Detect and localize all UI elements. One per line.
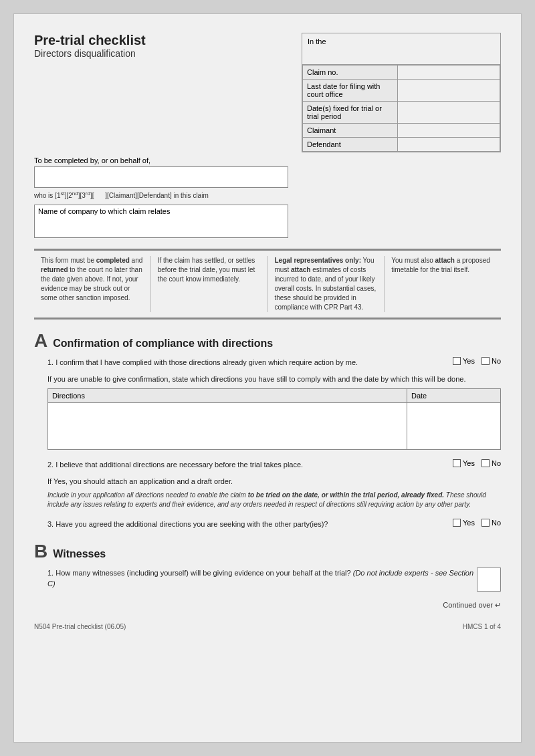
q1-no-label: No (492, 357, 501, 365)
section-a-title: Confirmation of compliance with directio… (53, 338, 273, 350)
q2-yes-label: Yes (463, 459, 475, 467)
notice-bold-completed: completed (96, 257, 130, 264)
notice-col-4: You must also attach a proposed timetabl… (385, 256, 501, 312)
table-row: Last date for filing with court office (303, 80, 500, 102)
section-b-q1: 1. How many witnesses (including yoursel… (47, 568, 501, 592)
table-row: Date(s) fixed for trial or trial period (303, 102, 500, 124)
table-row: Claim no. (303, 66, 500, 80)
page: Pre-trial checklist Directors disqualifi… (13, 13, 522, 743)
section-a-q3: 3. Have you agreed the additional direct… (47, 519, 501, 530)
completed-by-input[interactable] (34, 166, 288, 188)
q2-no-checkbox[interactable] (481, 459, 490, 467)
q1-no-item: No (481, 357, 501, 365)
company-name-box[interactable]: Name of company to which claim relates (34, 205, 288, 238)
section-a-q2: 2. I believe that additional directions … (47, 459, 501, 509)
q2-yes-no: Yes No (446, 459, 501, 467)
q2-no-label: No (492, 459, 501, 467)
page-title: Pre-trial checklist (34, 33, 288, 48)
q1-text: 1. I confirm that I have complied with t… (47, 357, 446, 368)
q3-text: 3. Have you agreed the additional direct… (47, 519, 446, 530)
q1-yes-checkbox[interactable] (453, 357, 461, 365)
table-row: Defendant (303, 138, 500, 152)
q3-no-label: No (492, 519, 501, 527)
date-data-cell[interactable] (407, 403, 501, 450)
last-date-value[interactable] (397, 80, 500, 102)
last-date-label: Last date for filing with court office (303, 80, 398, 102)
directions-data-cell[interactable] (48, 403, 407, 450)
court-info-block: In the Claim no. Last date for filing wi… (302, 33, 501, 152)
notice-col-3: Legal representatives only: You must att… (268, 256, 385, 312)
q1-yes-label: Yes (463, 357, 475, 365)
q3-yes-item: Yes (453, 519, 475, 527)
completed-by-label: To be completed by, or on behalf of, (34, 156, 501, 164)
page-subtitle: Directors disqualification (34, 48, 288, 59)
q1-yes-no: Yes No (446, 357, 501, 365)
company-box-label: Name of company to which claim relates (38, 207, 170, 215)
dates-fixed-label: Date(s) fixed for trial or trial period (303, 102, 398, 124)
footer-right: HMCS 1 of 4 (463, 623, 501, 630)
notice-bold-returned: returned (41, 266, 68, 273)
claim-no-label: Claim no. (303, 66, 398, 80)
notice-col-2: If the claim has settled, or settles bef… (151, 256, 268, 312)
directions-data-row (48, 403, 501, 450)
q2-sub-text: If Yes, you should attach an application… (47, 476, 501, 487)
footer-left: N504 Pre-trial checklist (06.05) (34, 623, 126, 630)
section-a-letter: A (34, 332, 47, 350)
claimant-value[interactable] (397, 124, 500, 138)
q2-no-item: No (481, 459, 501, 467)
title-block: Pre-trial checklist Directors disqualifi… (34, 33, 288, 59)
notice-band: This form must be completed and returned… (34, 249, 501, 320)
defendant-label: Defendant (303, 138, 398, 152)
directions-header-row: Directions Date (48, 389, 501, 403)
table-row: Claimant (303, 124, 500, 138)
witness-count-box[interactable] (477, 568, 501, 592)
b-q1-text: 1. How many witnesses (including yoursel… (47, 568, 477, 590)
q3-yes-label: Yes (463, 519, 475, 527)
claim-no-value[interactable] (397, 66, 500, 80)
q3-no-item: No (481, 519, 501, 527)
footer: N504 Pre-trial checklist (06.05) HMCS 1 … (34, 623, 501, 630)
q3-yes-no: Yes No (446, 519, 501, 527)
q3-no-checkbox[interactable] (481, 519, 490, 527)
q3-yes-checkbox[interactable] (453, 519, 461, 527)
notice-legal-reps: Legal representatives only: (275, 257, 362, 264)
q2-text: 2. I believe that additional directions … (47, 459, 446, 471)
q1-no-checkbox[interactable] (481, 357, 490, 365)
section-b-letter: B (34, 542, 47, 561)
completed-by-section: To be completed by, or on behalf of, who… (34, 156, 501, 238)
q2-italic-note: Include in your application all directio… (47, 491, 501, 509)
dates-fixed-value[interactable] (397, 102, 500, 124)
section-a-header: A Confirmation of compliance with direct… (34, 332, 501, 350)
court-in-the-label: In the (302, 33, 500, 65)
witnesses-question-row: 1. How many witnesses (including yoursel… (47, 568, 501, 592)
section-a-q1: 1. I confirm that I have complied with t… (47, 357, 501, 450)
section-b-header: B Witnesses (34, 542, 501, 561)
b-q1-italic: (Do not include experts - see Section C) (47, 569, 473, 588)
date-col-header: Date (407, 389, 501, 403)
directions-col-header: Directions (48, 389, 407, 403)
notice-col-1: This form must be completed and returned… (34, 256, 151, 312)
q1-sub-text: If you are unable to give confirmation, … (47, 374, 501, 385)
claimant-label: Claimant (303, 124, 398, 138)
directions-table: Directions Date (47, 388, 501, 450)
who-is-line: who is [1st][2nd][3rd][ ][Claimant][Defe… (34, 191, 501, 199)
court-table: Claim no. Last date for filing with cour… (302, 65, 500, 152)
section-b-title: Witnesses (53, 548, 106, 560)
defendant-value[interactable] (397, 138, 500, 152)
continued-over: Continued over ↵ (34, 601, 501, 610)
q2-yes-item: Yes (453, 459, 475, 467)
q2-yes-checkbox[interactable] (453, 459, 461, 467)
q1-yes-item: Yes (453, 357, 475, 365)
